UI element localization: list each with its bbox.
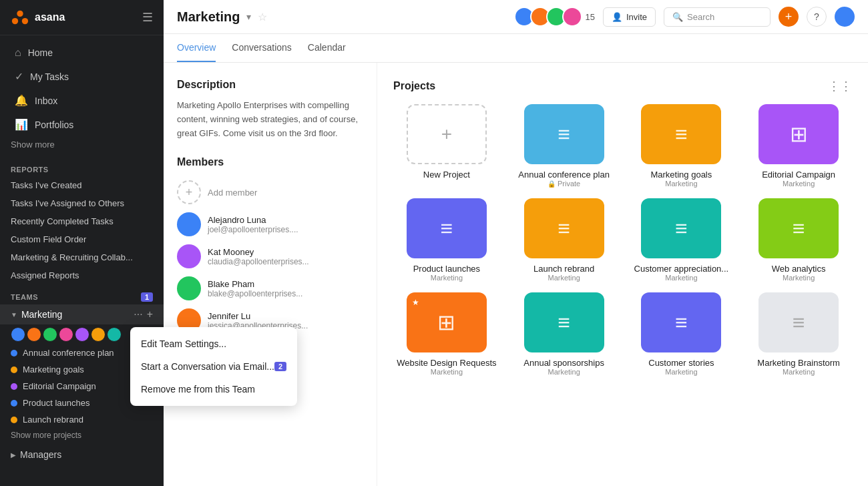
menu-start-conversation[interactable]: Start a Conversation via Email... 2 [130, 355, 297, 378]
editorial-sub: Marketing [783, 180, 815, 188]
check-icon: ✓ [15, 70, 23, 83]
project-card-sponsorships[interactable]: ≡ Annual sponsorships Marketing [511, 292, 618, 376]
projects-title: Projects [393, 80, 435, 92]
topbar: Marketing ▾ ☆ 15 👤 Invite 🔍 Search + ? [164, 0, 868, 34]
user-avatar[interactable] [835, 7, 855, 27]
project-card-rebrand[interactable]: ≡ Launch rebrand Marketing [511, 198, 618, 282]
tab-calendar[interactable]: Calendar [308, 34, 346, 62]
sidebar: asana ☰ ⌂ Home ✓ My Tasks 🔔 Inbox 📊 Port… [0, 0, 164, 486]
project-card-new[interactable]: + New Project [393, 104, 500, 188]
project-card-conference[interactable]: ≡ Annual conference plan 🔒 Private [511, 104, 618, 188]
projects-grid: + New Project ≡ Annual conference plan 🔒… [393, 104, 852, 376]
menu-remove-from-team[interactable]: Remove me from this Team [130, 378, 297, 401]
description-text: Marketing Apollo Enterprises with compel… [177, 99, 363, 140]
nav-my-tasks[interactable]: ✓ My Tasks [4, 65, 160, 88]
team-actions: ··· + [134, 308, 153, 320]
goals-name: Marketing goals [650, 170, 712, 180]
analytics-tile: ≡ [758, 198, 839, 258]
member-avatar-alejandro [177, 212, 201, 236]
right-panel: Projects ⋮⋮ + New Project ≡ Annual confe… [377, 63, 868, 486]
marketing-team-row[interactable]: ▼ Marketing ··· + [0, 304, 164, 324]
sidebar-project-rebrand[interactable]: Launch rebrand [0, 411, 164, 428]
nav-portfolios-label: Portfolios [35, 119, 73, 130]
appreciation-tile: ≡ [641, 198, 721, 258]
search-bar[interactable]: 🔍 Search [664, 7, 771, 27]
add-member-circle: + [177, 180, 201, 204]
member-stack[interactable]: 15 [514, 7, 594, 27]
goals-tile: ≡ [641, 104, 721, 164]
star-icon[interactable]: ☆ [258, 11, 267, 23]
rebrand-name: Launch rebrand [533, 264, 594, 274]
chart-icon: 📊 [15, 118, 28, 131]
rebrand-sub: Marketing [548, 274, 580, 282]
grid-view-icon[interactable]: ⋮⋮ [828, 79, 852, 93]
projects-header: Projects ⋮⋮ [393, 79, 852, 93]
show-more-projects[interactable]: Show more projects [0, 428, 164, 443]
nav-home[interactable]: ⌂ Home [4, 41, 160, 64]
invite-button[interactable]: 👤 Invite [603, 7, 656, 27]
website-name: Website Design Requests [397, 358, 496, 368]
website-tile: ★ ⊞ [407, 292, 487, 352]
conference-sub: 🔒 Private [548, 180, 580, 188]
analytics-sub: Marketing [783, 274, 815, 282]
launches-tile: ≡ [407, 198, 487, 258]
new-project-name: New Project [423, 170, 470, 180]
appreciation-sub: Marketing [665, 274, 697, 282]
report-assigned-reports[interactable]: Assigned Reports [0, 266, 164, 284]
member-avatar-kat [177, 244, 201, 268]
asana-logo[interactable]: asana [11, 8, 65, 27]
project-card-website[interactable]: ★ ⊞ Website Design Requests Marketing [393, 292, 500, 376]
report-tasks-created[interactable]: Tasks I've Created [0, 176, 164, 194]
project-card-goals[interactable]: ≡ Marketing goals Marketing [628, 104, 735, 188]
plus-icon: + [441, 124, 452, 145]
add-member-row[interactable]: + Add member [177, 176, 363, 208]
launches-name: Product launches [413, 264, 480, 274]
show-more-nav[interactable]: Show more [0, 137, 164, 152]
conversation-badge: 2 [274, 362, 286, 371]
sponsorships-name: Annual sponsorships [523, 358, 604, 368]
project-card-launches[interactable]: ≡ Product launches Marketing [393, 198, 500, 282]
help-button[interactable]: ? [807, 7, 827, 27]
website-sub: Marketing [431, 368, 463, 376]
members-title: Members [177, 156, 363, 168]
editorial-name: Editorial Campaign [762, 170, 835, 180]
tab-conversations[interactable]: Conversations [232, 34, 292, 62]
menu-edit-team-settings[interactable]: Edit Team Settings... [130, 332, 297, 355]
star-badge: ★ [412, 298, 419, 307]
project-card-analytics[interactable]: ≡ Web analytics Marketing [745, 198, 852, 282]
description-title: Description [177, 79, 363, 91]
project-card-appreciation[interactable]: ≡ Customer appreciation... Marketing [628, 198, 735, 282]
team-add-btn[interactable]: + [147, 308, 153, 320]
managers-team-row[interactable]: ▶ Managers [0, 443, 164, 467]
svg-point-2 [22, 18, 28, 24]
nav-inbox[interactable]: 🔔 Inbox [4, 89, 160, 112]
bell-icon: 🔔 [15, 94, 28, 107]
report-custom-field[interactable]: Custom Field Order [0, 230, 164, 248]
topbar-right: 15 👤 Invite 🔍 Search + ? [514, 7, 855, 27]
add-button[interactable]: + [779, 7, 799, 27]
nav-home-label: Home [28, 47, 53, 58]
lock-icon: 🔒 [548, 180, 556, 188]
marketing-team-name: ▼ Marketing [11, 309, 62, 320]
report-tasks-assigned[interactable]: Tasks I've Assigned to Others [0, 194, 164, 212]
project-card-editorial[interactable]: ⊞ Editorial Campaign Marketing [745, 104, 852, 188]
project-card-brainstorm[interactable]: ≡ Marketing Brainstorm Marketing [745, 292, 852, 376]
dropdown-icon[interactable]: ▾ [246, 11, 251, 22]
topbar-left: Marketing ▾ ☆ [177, 9, 267, 25]
search-icon: 🔍 [672, 12, 683, 22]
app-name: asana [35, 11, 65, 23]
nav-portfolios[interactable]: 📊 Portfolios [4, 113, 160, 136]
project-card-stories[interactable]: ≡ Customer stories Marketing [628, 292, 735, 376]
member-kat: Kat Mooney claudia@apolloenterprises... [177, 240, 363, 272]
conference-tile: ≡ [524, 104, 604, 164]
report-recently-completed[interactable]: Recently Completed Tasks [0, 212, 164, 230]
hamburger-icon[interactable]: ☰ [142, 10, 153, 25]
tabs: Overview Conversations Calendar [164, 34, 868, 63]
report-marketing-recruiting[interactable]: Marketing & Recruiting Collab... [0, 248, 164, 266]
tab-overview[interactable]: Overview [177, 34, 216, 62]
sponsorships-tile: ≡ [524, 292, 604, 352]
brainstorm-tile: ≡ [758, 292, 839, 352]
team-more-btn[interactable]: ··· [134, 308, 142, 320]
goals-sub: Marketing [665, 180, 697, 188]
member-alejandro: Alejandro Luna joel@apolloenterprises...… [177, 208, 363, 240]
